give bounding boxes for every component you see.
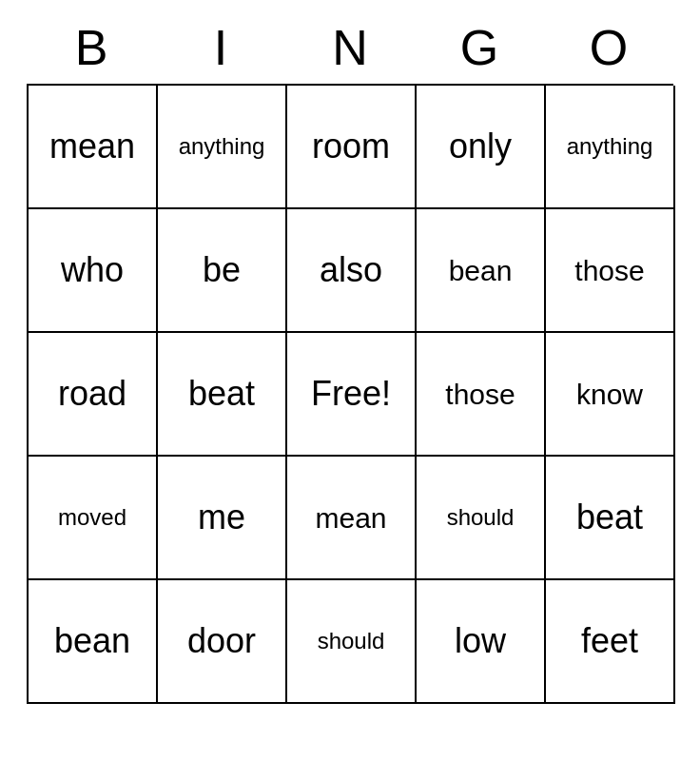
cell-text-r4-c1: door xyxy=(187,622,256,660)
bingo-header: BINGO xyxy=(27,19,673,76)
cell-text-r1-c1: be xyxy=(203,251,241,289)
bingo-cell-r0-c4[interactable]: anything xyxy=(546,86,675,209)
cell-text-r0-c4: anything xyxy=(567,134,653,159)
cell-text-r1-c0: who xyxy=(61,251,124,289)
bingo-cell-r2-c3[interactable]: those xyxy=(417,333,546,457)
bingo-cell-r4-c2[interactable]: should xyxy=(287,580,417,704)
bingo-cell-r3-c1[interactable]: me xyxy=(158,457,287,580)
bingo-cell-r2-c1[interactable]: beat xyxy=(158,333,287,457)
cell-text-r2-c0: road xyxy=(58,375,126,413)
cell-text-r3-c0: moved xyxy=(58,505,126,530)
bingo-cell-r3-c0[interactable]: moved xyxy=(29,457,158,580)
cell-text-r2-c1: beat xyxy=(188,375,255,413)
cell-text-r2-c2: Free! xyxy=(311,375,391,413)
bingo-letter-i: I xyxy=(156,19,285,76)
cell-text-r3-c4: beat xyxy=(576,498,643,537)
cell-text-r1-c4: those xyxy=(574,255,644,286)
cell-text-r0-c2: room xyxy=(312,127,390,166)
cell-text-r3-c1: me xyxy=(198,498,245,537)
bingo-cell-r4-c3[interactable]: low xyxy=(417,580,546,704)
bingo-cell-r2-c2[interactable]: Free! xyxy=(287,333,417,457)
cell-text-r2-c3: those xyxy=(445,379,515,410)
bingo-cell-r0-c2[interactable]: room xyxy=(287,86,417,209)
cell-text-r4-c0: bean xyxy=(54,622,130,660)
bingo-grid: meananythingroomonlyanythingwhobealsobea… xyxy=(27,84,673,704)
bingo-letter-g: G xyxy=(415,19,544,76)
bingo-cell-r1-c4[interactable]: those xyxy=(546,209,675,333)
cell-text-r4-c3: low xyxy=(455,622,506,660)
cell-text-r2-c4: know xyxy=(576,379,643,410)
bingo-cell-r0-c1[interactable]: anything xyxy=(158,86,287,209)
cell-text-r3-c2: mean xyxy=(315,502,386,534)
cell-text-r0-c0: mean xyxy=(49,127,135,166)
bingo-cell-r1-c3[interactable]: bean xyxy=(417,209,546,333)
cell-text-r4-c2: should xyxy=(318,629,385,654)
cell-text-r1-c2: also xyxy=(320,251,382,289)
bingo-cell-r2-c0[interactable]: road xyxy=(29,333,158,457)
bingo-cell-r2-c4[interactable]: know xyxy=(546,333,675,457)
bingo-cell-r4-c0[interactable]: bean xyxy=(29,580,158,704)
cell-text-r3-c3: should xyxy=(447,505,515,530)
cell-text-r0-c3: only xyxy=(449,127,512,166)
bingo-cell-r1-c1[interactable]: be xyxy=(158,209,287,333)
cell-text-r0-c1: anything xyxy=(179,134,265,159)
cell-text-r1-c3: bean xyxy=(449,255,513,286)
cell-text-r4-c4: feet xyxy=(581,622,638,660)
bingo-letter-n: N xyxy=(285,19,415,76)
bingo-cell-r3-c3[interactable]: should xyxy=(417,457,546,580)
bingo-cell-r3-c2[interactable]: mean xyxy=(287,457,417,580)
bingo-cell-r4-c4[interactable]: feet xyxy=(546,580,675,704)
bingo-cell-r1-c0[interactable]: who xyxy=(29,209,158,333)
bingo-letter-b: B xyxy=(27,19,156,76)
bingo-cell-r3-c4[interactable]: beat xyxy=(546,457,675,580)
bingo-cell-r4-c1[interactable]: door xyxy=(158,580,287,704)
bingo-cell-r1-c2[interactable]: also xyxy=(287,209,417,333)
bingo-letter-o: O xyxy=(544,19,673,76)
bingo-cell-r0-c0[interactable]: mean xyxy=(29,86,158,209)
bingo-cell-r0-c3[interactable]: only xyxy=(417,86,546,209)
